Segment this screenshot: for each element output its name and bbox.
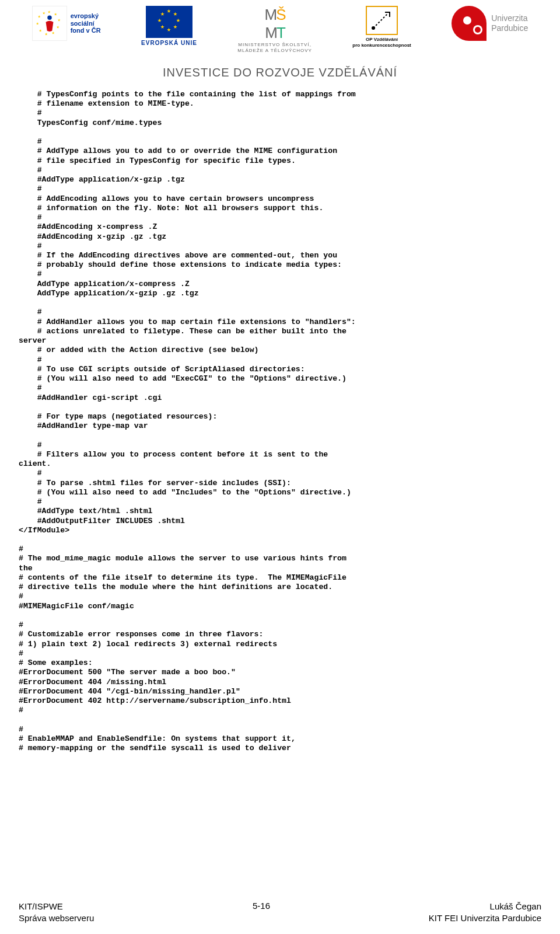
univ-line2: Pardubice	[491, 23, 528, 33]
msmt-line1: MINISTERSTVO ŠKOLSTVÍ,	[238, 42, 312, 47]
svg-point-1	[372, 26, 375, 30]
esf-text: evropský sociální fond v ČR	[71, 12, 101, 34]
university-icon	[452, 6, 487, 41]
eu-logo: EVROPSKÁ UNIE	[141, 6, 197, 46]
page-footer: KIT/ISPWE Správa webserveru 5-16 Lukáš Č…	[0, 901, 560, 923]
msmt-line2: MLÁDEŽE A TĚLOVÝCHOVY	[237, 48, 312, 53]
op-arrow-icon	[366, 6, 398, 35]
eu-flag-icon	[146, 6, 192, 38]
op-line1: OP Vzdělávání	[366, 37, 398, 42]
footer-institution: KIT FEI Univerzita Pardubice	[429, 913, 541, 923]
eu-label: EVROPSKÁ UNIE	[141, 40, 197, 46]
footer-topic: Správa webserveru	[19, 913, 94, 923]
footer-author: Lukáš Čegan	[490, 901, 541, 911]
msmt-logo: MŠ MT MINISTERSTVO ŠKOLSTVÍ, MLÁDEŽE A T…	[237, 6, 312, 54]
footer-page-number: 5-16	[253, 901, 270, 911]
univ-line1: Univerzita	[491, 13, 527, 23]
university-logo: Univerzita Pardubice	[452, 6, 528, 41]
op-logo: OP Vzdělávání pro konkurenceschopnost	[352, 6, 411, 48]
msmt-icon: MŠ MT	[237, 6, 312, 42]
op-line2: pro konkurenceschopnost	[352, 43, 411, 48]
banner-title: INVESTICE DO ROZVOJE VZDĚLÁVÁNÍ	[0, 66, 560, 79]
esf-logo: evropský sociální fond v ČR	[32, 6, 101, 41]
config-code-block: # TypesConfig points to the file contain…	[0, 90, 560, 753]
svg-point-0	[47, 16, 52, 20]
header-logos: evropský sociální fond v ČR EVROPSKÁ UNI…	[0, 0, 560, 61]
footer-course-code: KIT/ISPWE	[19, 901, 63, 911]
esf-stars-icon	[32, 6, 67, 41]
